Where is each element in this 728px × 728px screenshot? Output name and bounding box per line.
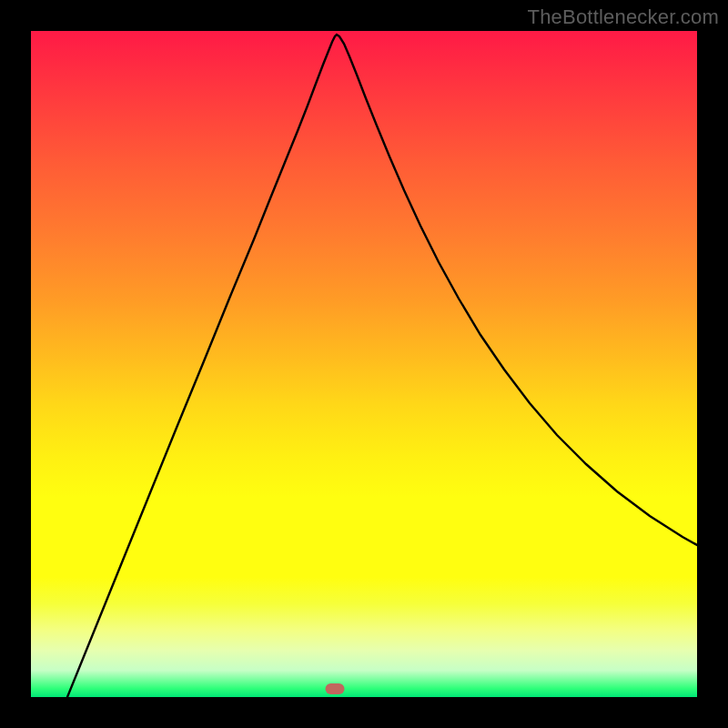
chart-frame: TheBottlenecker.com bbox=[0, 0, 728, 728]
bottleneck-curve bbox=[31, 31, 697, 697]
minimum-marker bbox=[326, 683, 345, 694]
plot-area bbox=[31, 31, 697, 697]
watermark-text: TheBottlenecker.com bbox=[528, 5, 719, 29]
